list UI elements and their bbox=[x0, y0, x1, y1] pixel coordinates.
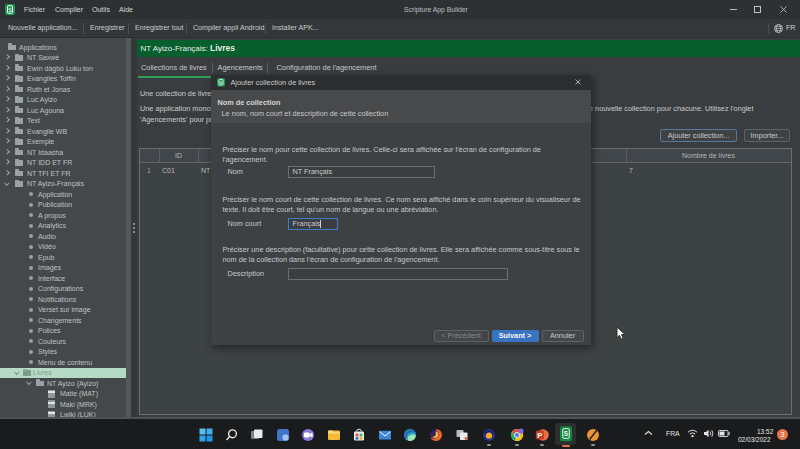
svg-text:S: S bbox=[563, 430, 568, 437]
svg-text:S: S bbox=[219, 80, 222, 85]
svg-text:P: P bbox=[537, 430, 542, 439]
